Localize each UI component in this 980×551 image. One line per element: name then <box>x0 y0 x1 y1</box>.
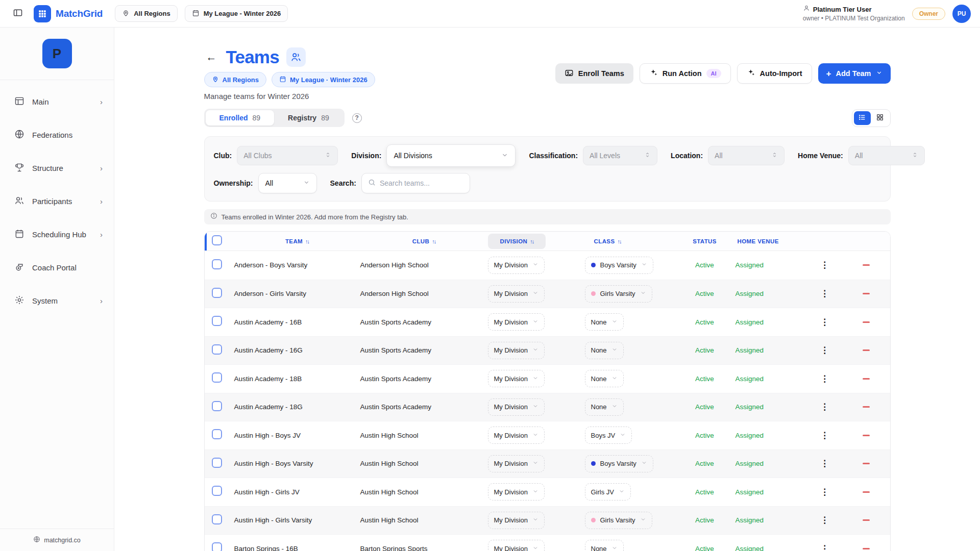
auto-import-button[interactable]: Auto-Import <box>737 63 812 84</box>
row-menu-button[interactable]: ⋮ <box>816 258 833 272</box>
run-action-button[interactable]: Run Action AI <box>640 63 731 84</box>
calendar-icon <box>192 9 200 18</box>
sidebar-item-system[interactable]: System › <box>0 284 114 317</box>
row-menu-button[interactable]: ⋮ <box>816 541 833 551</box>
whistle-icon <box>14 262 24 274</box>
sidebar-item-coach-portal[interactable]: Coach Portal <box>0 251 114 284</box>
sidebar-item-participants[interactable]: Participants › <box>0 185 114 218</box>
division-select[interactable]: My Division <box>488 512 545 529</box>
division-select[interactable]: My Division <box>488 483 545 500</box>
sidebar-item-federations[interactable]: Federations <box>0 118 114 152</box>
league-context-chip[interactable]: My League · Winter 2026 <box>272 72 375 87</box>
remove-indicator[interactable] <box>863 406 870 408</box>
status-text: Active <box>674 432 736 439</box>
remove-indicator[interactable] <box>863 321 870 323</box>
search-input[interactable] <box>380 179 463 187</box>
remove-indicator[interactable] <box>863 264 870 266</box>
remove-indicator[interactable] <box>863 378 870 380</box>
user-info[interactable]: Platinum Tier User owner • PLATINUM Test… <box>803 5 905 22</box>
division-select[interactable]: My Division <box>488 285 545 303</box>
column-header-division[interactable]: DIVISION ↑↓ <box>488 234 585 249</box>
row-checkbox[interactable] <box>212 259 222 269</box>
home-venue-text: Assigned <box>736 290 807 297</box>
row-checkbox[interactable] <box>212 344 222 355</box>
brand[interactable]: MatchGrid <box>34 5 103 22</box>
home-venue-select[interactable]: All <box>848 146 925 165</box>
row-checkbox[interactable] <box>212 316 222 326</box>
grid-view-button[interactable] <box>872 111 889 125</box>
row-checkbox[interactable] <box>212 429 222 439</box>
enroll-teams-button[interactable]: Enroll Teams <box>555 63 633 84</box>
class-select[interactable]: None <box>585 540 624 551</box>
list-view-button[interactable] <box>854 111 871 125</box>
division-select[interactable]: My Division <box>488 257 545 274</box>
info-icon <box>210 212 217 221</box>
list-icon <box>858 113 866 123</box>
division-select[interactable]: My Division <box>488 398 545 416</box>
location-select[interactable]: All <box>708 146 785 165</box>
row-menu-button[interactable]: ⋮ <box>816 456 833 471</box>
row-checkbox[interactable] <box>212 514 222 524</box>
tab-registry[interactable]: Registry 89 <box>274 110 343 126</box>
column-header-club[interactable]: CLUB ↑↓ <box>360 238 488 244</box>
row-menu-button[interactable]: ⋮ <box>816 428 833 443</box>
remove-indicator[interactable] <box>863 491 870 493</box>
remove-indicator[interactable] <box>863 463 870 464</box>
column-header-class[interactable]: CLASS ↑↓ <box>585 238 674 244</box>
class-select[interactable]: Girls Varsity <box>585 512 652 529</box>
remove-indicator[interactable] <box>863 519 870 521</box>
division-select[interactable]: My Division <box>488 455 545 472</box>
club-select[interactable]: All Clubs <box>237 146 338 165</box>
class-select[interactable]: Girls Varsity <box>585 285 652 303</box>
division-select[interactable]: My Division <box>488 342 545 359</box>
class-select[interactable]: None <box>585 370 624 387</box>
topbar-league-chip[interactable]: My League - Winter 2026 <box>185 5 288 22</box>
division-select[interactable]: My Division <box>488 540 545 551</box>
topbar-region-chip[interactable]: All Regions <box>115 5 178 22</box>
row-menu-button[interactable]: ⋮ <box>816 371 833 386</box>
row-checkbox[interactable] <box>212 458 222 468</box>
avatar[interactable]: PU <box>952 5 971 23</box>
region-context-chip[interactable]: All Regions <box>204 72 267 87</box>
row-menu-button[interactable]: ⋮ <box>816 343 833 358</box>
column-header-team[interactable]: TEAM ↑↓ <box>234 238 360 244</box>
class-select[interactable]: Boys Varsity <box>585 455 653 472</box>
row-menu-button[interactable]: ⋮ <box>816 286 833 301</box>
row-checkbox[interactable] <box>212 542 222 551</box>
row-menu-button[interactable]: ⋮ <box>816 513 833 528</box>
class-select[interactable]: None <box>585 313 624 331</box>
class-select[interactable]: Boys Varsity <box>585 257 653 274</box>
remove-indicator[interactable] <box>863 293 870 294</box>
select-all-checkbox[interactable] <box>212 235 222 245</box>
sidebar-item-structure[interactable]: Structure › <box>0 152 114 185</box>
classification-select[interactable]: All Levels <box>583 146 657 165</box>
row-checkbox[interactable] <box>212 288 222 298</box>
row-menu-button[interactable]: ⋮ <box>816 399 833 414</box>
division-select[interactable]: My Division <box>488 427 545 444</box>
division-select[interactable]: My Division <box>488 370 545 387</box>
row-menu-button[interactable]: ⋮ <box>816 485 833 499</box>
class-select[interactable]: Girls JV <box>585 483 631 500</box>
sidebar-item-main[interactable]: Main › <box>0 85 114 118</box>
remove-indicator[interactable] <box>863 435 870 436</box>
remove-indicator[interactable] <box>863 548 870 549</box>
division-select[interactable]: My Division <box>488 313 545 331</box>
add-team-button[interactable]: + Add Team <box>818 63 891 84</box>
tab-enrolled[interactable]: Enrolled 89 <box>206 110 275 126</box>
row-menu-button[interactable]: ⋮ <box>816 315 833 330</box>
sidebar-toggle-button[interactable] <box>9 5 27 22</box>
class-select[interactable]: None <box>585 342 624 359</box>
back-button[interactable]: ← <box>204 50 219 64</box>
sidebar-item-scheduling-hub[interactable]: Scheduling Hub › <box>0 218 114 251</box>
ownership-select[interactable]: All <box>258 173 317 193</box>
row-checkbox[interactable] <box>212 401 222 411</box>
row-checkbox[interactable] <box>212 486 222 496</box>
remove-indicator[interactable] <box>863 349 870 351</box>
help-icon[interactable]: ? <box>352 113 362 123</box>
class-select[interactable]: None <box>585 398 624 416</box>
division-filter-select[interactable]: All Divisions <box>386 144 516 167</box>
row-checkbox[interactable] <box>212 372 222 383</box>
class-dot-icon <box>591 518 596 522</box>
footer-link[interactable]: matchgrid.co <box>0 529 114 551</box>
class-select[interactable]: Boys JV <box>585 427 632 444</box>
